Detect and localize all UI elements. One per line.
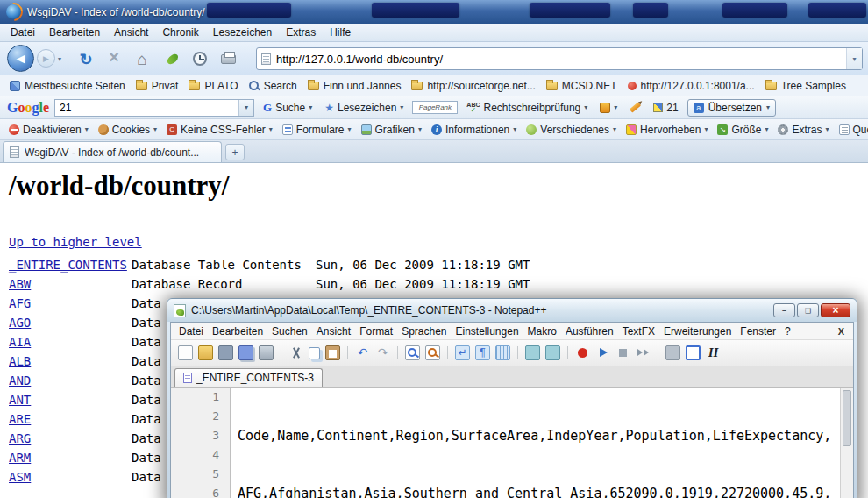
show-all-chars-icon[interactable] — [475, 345, 490, 360]
maximize-button[interactable] — [797, 303, 819, 317]
menu-chronik[interactable]: Chronik — [155, 25, 205, 40]
webdev-quelltext[interactable]: Quellte... — [835, 122, 868, 138]
find-icon[interactable] — [405, 345, 420, 360]
webdev-groesse[interactable]: Größe▾ — [713, 122, 772, 138]
record-macro-icon[interactable] — [575, 345, 590, 360]
new-tab-button[interactable]: + — [225, 144, 245, 160]
webdev-grafiken[interactable]: Grafiken▾ — [357, 122, 426, 138]
doc-map-icon[interactable] — [545, 345, 560, 360]
listing-link[interactable]: ASM — [9, 470, 31, 484]
highlight-button[interactable]: 21 — [650, 100, 681, 116]
close-button[interactable] — [821, 303, 850, 317]
translate-button[interactable]: Übersetzen▾ — [687, 99, 776, 117]
home-icon[interactable] — [133, 50, 151, 69]
replace-icon[interactable] — [425, 345, 440, 360]
minimize-button[interactable] — [773, 303, 795, 317]
listing-link[interactable]: ALB — [9, 354, 31, 368]
npp-menu-einstellungen[interactable]: Einstellungen — [452, 325, 523, 338]
menu-bearbeiten[interactable]: Bearbeiten — [42, 25, 107, 40]
google-search-input[interactable]: 21 ▾ — [54, 99, 254, 117]
copy-icon[interactable] — [309, 347, 320, 359]
bookmark-localhost-8001[interactable]: http://127.0.0.1:8001/a... — [623, 78, 759, 94]
spellcheck-button[interactable]: ABCRechtschreibprüfung▾ — [463, 100, 591, 116]
undo-icon[interactable] — [355, 345, 370, 360]
npp-menu-help[interactable]: ? — [780, 325, 795, 338]
refresh-icon[interactable] — [77, 50, 95, 69]
print-icon[interactable] — [259, 345, 274, 360]
google-bookmarks-button[interactable]: Lesezeichen▾ — [321, 100, 407, 116]
cut-icon[interactable] — [288, 345, 303, 360]
npp-menu-suchen[interactable]: Suchen — [267, 325, 312, 338]
bookmark-privat[interactable]: Privat — [132, 78, 183, 94]
bookmark-mcsd[interactable]: MCSD.NET — [542, 78, 622, 94]
menu-lesezeichen[interactable]: Lesezeichen — [206, 25, 279, 40]
webdev-formulare[interactable]: Formulare▾ — [278, 122, 356, 138]
npp-menu-bearbeiten[interactable]: Bearbeiten — [208, 325, 267, 338]
npp-menu-erweiterungen[interactable]: Erweiterungen — [659, 325, 736, 338]
listing-link[interactable]: AIA — [9, 335, 31, 349]
bookmark-plato[interactable]: PLATO — [184, 78, 242, 94]
npp-menu-close[interactable]: X — [833, 326, 850, 337]
listing-link[interactable]: AFG — [9, 296, 31, 310]
screenshot-icon[interactable] — [665, 345, 680, 360]
scrollbar-thumb[interactable] — [843, 390, 851, 446]
npp-menu-sprachen[interactable]: Sprachen — [397, 325, 451, 338]
google-search-dropdown-icon[interactable]: ▾ — [238, 100, 253, 116]
google-search-button[interactable]: GSuche▾ — [260, 99, 316, 117]
bookmark-finn-und-jannes[interactable]: Finn und Jannes — [303, 78, 406, 94]
webdev-css[interactable]: Keine CSS-Fehler▾ — [162, 122, 277, 138]
printer-icon[interactable] — [221, 54, 236, 64]
bookmark-search[interactable]: Search — [245, 78, 302, 94]
play-macro-icon[interactable] — [595, 345, 610, 360]
notepad-titlebar[interactable]: C:\Users\Martin\AppData\Local\Temp\_ENTI… — [167, 299, 857, 322]
open-file-icon[interactable] — [198, 345, 213, 360]
monitor-icon[interactable] — [686, 345, 701, 360]
webdev-extras[interactable]: Extras▾ — [773, 122, 833, 138]
multi-play-macro-icon[interactable] — [636, 345, 651, 360]
listing-link[interactable]: ARG — [9, 431, 31, 445]
html-view-icon[interactable] — [706, 345, 721, 360]
notepad-editor[interactable]: 1 2 3 4 5 6 Code,Name,Continent,Region,S… — [171, 388, 853, 498]
webdev-hervorheben[interactable]: Hervorheben▾ — [622, 122, 712, 138]
listing-link[interactable]: AGO — [9, 316, 31, 330]
webdev-verschiedenes[interactable]: Verschiedenes▾ — [522, 122, 621, 138]
webdav-leaf-icon[interactable] — [166, 53, 181, 66]
url-bar[interactable]: http://127.0.0.1/world-db/country/ ▾ — [256, 47, 863, 70]
doc-switch-icon[interactable] — [525, 345, 540, 360]
listing-link[interactable]: ARE — [9, 412, 31, 426]
paste-icon[interactable] — [325, 345, 340, 360]
google-query[interactable]: 21 — [55, 102, 238, 114]
autofill-button[interactable]: ▾ — [596, 101, 621, 115]
pagerank-widget[interactable]: PageRank — [412, 101, 458, 114]
bookmark-meistbesuchte[interactable]: Meistbesuchte Seiten — [5, 78, 130, 94]
word-wrap-icon[interactable] — [455, 345, 470, 360]
up-to-higher-level-link[interactable]: Up to higher level — [9, 235, 142, 249]
webdev-deaktivieren[interactable]: Deaktivieren▾ — [4, 122, 93, 138]
listing-link[interactable]: _ENTIRE_CONTENTS — [9, 258, 127, 272]
notepad-tab[interactable]: _ENTIRE_CONTENTS-3 — [174, 368, 323, 387]
code-area[interactable]: Code,Name,Continent,Region,SurfaceArea,I… — [231, 388, 840, 498]
listing-link[interactable]: AND — [9, 374, 31, 388]
menu-hilfe[interactable]: Hilfe — [323, 25, 358, 40]
npp-menu-format[interactable]: Format — [355, 325, 397, 338]
stop-icon[interactable] — [105, 47, 123, 68]
edit-button[interactable] — [626, 103, 644, 111]
menu-ansicht[interactable]: Ansicht — [107, 25, 155, 40]
tab-wsgidav[interactable]: WsgiDAV - Index of /world-db/count... — [3, 141, 222, 162]
bookmark-tree-samples[interactable]: Tree Samples — [761, 78, 850, 94]
npp-menu-fenster[interactable]: Fenster — [736, 325, 780, 338]
back-button[interactable] — [7, 45, 34, 72]
listing-link[interactable]: ABW — [9, 277, 31, 291]
menu-extras[interactable]: Extras — [279, 25, 323, 40]
listing-link[interactable]: ANT — [9, 393, 31, 407]
forward-button[interactable] — [37, 49, 55, 68]
history-dropdown-icon[interactable]: ▾ — [58, 55, 61, 63]
stop-macro-icon[interactable] — [615, 345, 630, 360]
npp-menu-datei[interactable]: Datei — [174, 325, 208, 338]
webdev-cookies[interactable]: Cookies▾ — [94, 122, 161, 138]
save-all-icon[interactable] — [238, 345, 253, 360]
npp-menu-ansicht[interactable]: Ansicht — [312, 325, 355, 338]
new-file-icon[interactable] — [178, 345, 193, 360]
redo-icon[interactable] — [375, 345, 390, 360]
menu-datei[interactable]: Datei — [4, 25, 42, 40]
